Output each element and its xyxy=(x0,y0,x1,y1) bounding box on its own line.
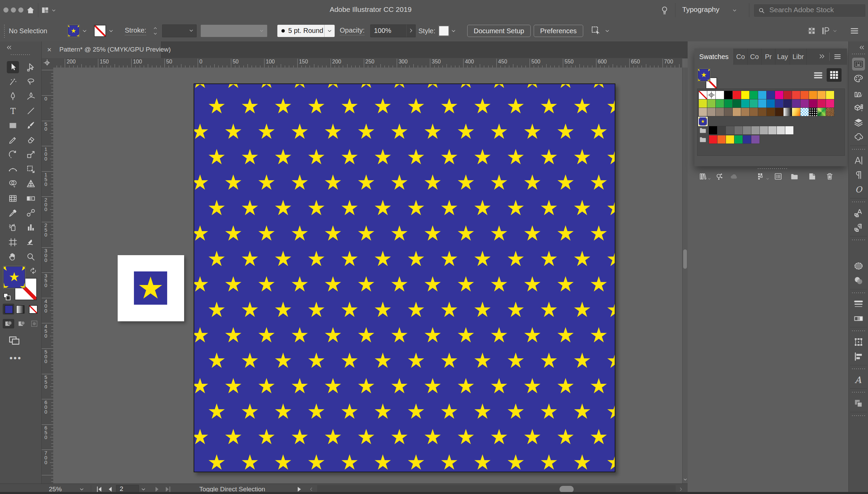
panel-icon-pattern-options[interactable] xyxy=(852,101,865,114)
swatch-color[interactable] xyxy=(726,135,734,144)
select-similar-icon[interactable] xyxy=(591,25,601,36)
tool-rotate[interactable] xyxy=(7,149,19,161)
swatch-color[interactable] xyxy=(768,126,776,134)
tool-eraser[interactable] xyxy=(25,134,37,146)
swatch-color[interactable] xyxy=(767,91,775,99)
opacity-panel-link[interactable]: Opacity: xyxy=(340,26,364,35)
tool-blend[interactable] xyxy=(25,207,37,219)
swatch-kinds-icon[interactable] xyxy=(757,172,766,182)
swatch-color[interactable] xyxy=(777,126,785,134)
tool-width[interactable] xyxy=(7,163,19,175)
tab-color[interactable]: Co xyxy=(734,49,748,65)
swatch-color[interactable] xyxy=(751,126,760,134)
panel-icon-opentype[interactable]: O xyxy=(852,183,865,196)
stroke-dropdown-icon[interactable] xyxy=(108,28,114,34)
control-panel-menu-icon[interactable] xyxy=(850,26,859,36)
swatch-color[interactable] xyxy=(707,99,715,108)
swatch-color[interactable] xyxy=(743,126,751,134)
arrange-documents-icon[interactable] xyxy=(41,6,50,15)
color-group-folder-icon[interactable] xyxy=(699,135,707,144)
swatch-color[interactable] xyxy=(716,99,724,108)
edit-toolbar-icon[interactable]: ••• xyxy=(9,353,22,363)
swatch-options-icon[interactable] xyxy=(774,172,783,182)
search-input[interactable] xyxy=(769,5,862,14)
stepper-up-icon[interactable] xyxy=(153,25,158,31)
strip-grip[interactable] xyxy=(851,415,866,417)
collapse-panel-icon[interactable] xyxy=(818,53,826,60)
tab-swatches[interactable]: Swatches xyxy=(694,49,734,65)
list-view-icon[interactable] xyxy=(813,70,823,80)
preferences-button[interactable]: Preferences xyxy=(534,25,583,37)
opacity-more-button[interactable] xyxy=(406,24,416,37)
swatch-grad-bw[interactable] xyxy=(784,108,792,116)
tool-free-transform[interactable] xyxy=(25,163,37,175)
pattern-tile-square[interactable] xyxy=(134,271,167,305)
chevron-down-icon[interactable] xyxy=(604,28,610,34)
chevron-down-icon[interactable] xyxy=(832,28,838,34)
tool-pencil[interactable] xyxy=(7,134,19,146)
tool-direct-selection[interactable] xyxy=(25,61,37,73)
stroke-weight-stepper[interactable] xyxy=(152,25,160,37)
cloud-icon[interactable] xyxy=(730,172,739,182)
fill-color-swatch[interactable] xyxy=(68,25,79,37)
swatch-color[interactable] xyxy=(801,91,809,99)
brush-definition-select[interactable]: 5 pt. Round xyxy=(277,25,324,37)
panel-icon-color-guide[interactable] xyxy=(852,87,865,100)
swatch-color[interactable] xyxy=(767,99,775,108)
minimize-window-button[interactable] xyxy=(11,7,16,13)
tool-type[interactable]: T xyxy=(7,105,19,117)
strip-grip[interactable] xyxy=(851,330,866,332)
close-window-button[interactable] xyxy=(3,7,8,13)
swatch-color[interactable] xyxy=(775,108,783,116)
close-tab-icon[interactable]: × xyxy=(47,45,52,54)
tool-selection[interactable] xyxy=(7,61,19,73)
swatch-pat-dots[interactable] xyxy=(809,108,817,116)
adobe-stock-search[interactable] xyxy=(753,4,866,17)
swatch-color[interactable] xyxy=(733,99,741,108)
swatch-grad-warm[interactable] xyxy=(792,108,800,116)
panel-icon-character-styles[interactable] xyxy=(852,207,865,220)
gpu-performance-icon[interactable] xyxy=(660,5,669,15)
vertical-scrollbar-thumb[interactable] xyxy=(683,249,687,269)
expand-panels-icon[interactable] xyxy=(858,44,865,51)
swatch-color[interactable] xyxy=(707,108,715,116)
panel-icon-gradient[interactable] xyxy=(852,312,865,325)
align-options-icon[interactable] xyxy=(807,26,816,36)
swatch-color[interactable] xyxy=(817,99,826,108)
strip-grip[interactable] xyxy=(851,148,866,150)
tool-shape-builder[interactable] xyxy=(7,178,19,190)
chevron-down-icon[interactable] xyxy=(51,7,57,13)
fill-color-well[interactable] xyxy=(3,266,25,288)
delete-swatch-icon[interactable] xyxy=(825,172,835,182)
tool-column-graph[interactable] xyxy=(25,222,37,234)
swatch-color[interactable] xyxy=(758,91,766,99)
panel-icon-glyphs[interactable]: A xyxy=(852,374,865,386)
swatch-color[interactable] xyxy=(809,99,817,108)
tool-gradient-tool[interactable] xyxy=(25,192,37,205)
swatch-color[interactable] xyxy=(709,126,717,134)
collapse-tools-icon[interactable] xyxy=(5,44,12,51)
tool-perspective-grid[interactable] xyxy=(25,178,37,190)
swatch-color[interactable] xyxy=(724,108,732,116)
none-mode-button[interactable] xyxy=(29,305,37,314)
strip-grip[interactable] xyxy=(851,292,866,294)
color-group-folder-icon[interactable] xyxy=(699,126,707,134)
tool-artboard[interactable] xyxy=(7,236,19,248)
panel-grip[interactable] xyxy=(3,24,6,38)
swatch-color[interactable] xyxy=(809,91,817,99)
panel-icon-character[interactable] xyxy=(852,154,865,167)
swatch-color[interactable] xyxy=(784,99,792,108)
swatch-color[interactable] xyxy=(724,91,732,99)
swatch-color[interactable] xyxy=(716,108,724,116)
swatch-color[interactable] xyxy=(826,99,834,108)
swatch-color[interactable] xyxy=(785,126,793,134)
graphic-style-swatch[interactable] xyxy=(439,26,449,36)
workspace-switcher[interactable]: Typography xyxy=(682,5,719,14)
style-dropdown-icon[interactable] xyxy=(450,28,457,34)
panel-fill-proxy[interactable] xyxy=(698,69,710,81)
variable-width-profile-select[interactable] xyxy=(201,25,267,37)
swatch-color[interactable] xyxy=(817,91,826,99)
swatch-color[interactable] xyxy=(709,135,717,144)
zoom-dropdown-icon[interactable] xyxy=(79,486,85,492)
opacity-field[interactable]: 100% xyxy=(370,24,407,37)
